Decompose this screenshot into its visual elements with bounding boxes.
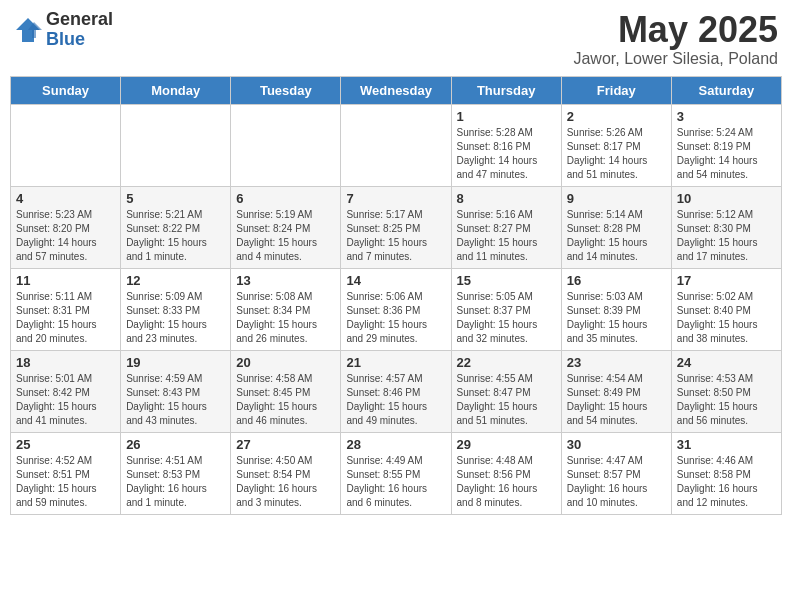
calendar-day: 31Sunrise: 4:46 AM Sunset: 8:58 PM Dayli… (671, 432, 781, 514)
calendar-week: 1Sunrise: 5:28 AM Sunset: 8:16 PM Daylig… (11, 104, 782, 186)
day-number: 11 (16, 273, 115, 288)
calendar-day: 14Sunrise: 5:06 AM Sunset: 8:36 PM Dayli… (341, 268, 451, 350)
day-number: 19 (126, 355, 225, 370)
day-info: Sunrise: 4:47 AM Sunset: 8:57 PM Dayligh… (567, 454, 666, 510)
day-number: 28 (346, 437, 445, 452)
day-number: 25 (16, 437, 115, 452)
day-number: 2 (567, 109, 666, 124)
day-info: Sunrise: 4:55 AM Sunset: 8:47 PM Dayligh… (457, 372, 556, 428)
weekday-header: Tuesday (231, 76, 341, 104)
day-number: 24 (677, 355, 776, 370)
day-number: 15 (457, 273, 556, 288)
calendar-week: 11Sunrise: 5:11 AM Sunset: 8:31 PM Dayli… (11, 268, 782, 350)
calendar-table: SundayMondayTuesdayWednesdayThursdayFrid… (10, 76, 782, 515)
calendar-subtitle: Jawor, Lower Silesia, Poland (573, 50, 778, 68)
day-number: 16 (567, 273, 666, 288)
calendar-day: 22Sunrise: 4:55 AM Sunset: 8:47 PM Dayli… (451, 350, 561, 432)
day-info: Sunrise: 5:23 AM Sunset: 8:20 PM Dayligh… (16, 208, 115, 264)
day-number: 6 (236, 191, 335, 206)
day-info: Sunrise: 5:17 AM Sunset: 8:25 PM Dayligh… (346, 208, 445, 264)
day-info: Sunrise: 5:06 AM Sunset: 8:36 PM Dayligh… (346, 290, 445, 346)
calendar-day (231, 104, 341, 186)
calendar-day: 10Sunrise: 5:12 AM Sunset: 8:30 PM Dayli… (671, 186, 781, 268)
day-number: 23 (567, 355, 666, 370)
logo-icon (14, 16, 42, 44)
day-number: 12 (126, 273, 225, 288)
logo: General Blue (14, 10, 113, 50)
day-number: 22 (457, 355, 556, 370)
day-number: 26 (126, 437, 225, 452)
calendar-day: 28Sunrise: 4:49 AM Sunset: 8:55 PM Dayli… (341, 432, 451, 514)
calendar-day (11, 104, 121, 186)
calendar-day: 29Sunrise: 4:48 AM Sunset: 8:56 PM Dayli… (451, 432, 561, 514)
weekday-header: Thursday (451, 76, 561, 104)
calendar-week: 4Sunrise: 5:23 AM Sunset: 8:20 PM Daylig… (11, 186, 782, 268)
day-info: Sunrise: 5:14 AM Sunset: 8:28 PM Dayligh… (567, 208, 666, 264)
day-info: Sunrise: 4:53 AM Sunset: 8:50 PM Dayligh… (677, 372, 776, 428)
day-info: Sunrise: 4:58 AM Sunset: 8:45 PM Dayligh… (236, 372, 335, 428)
day-info: Sunrise: 5:09 AM Sunset: 8:33 PM Dayligh… (126, 290, 225, 346)
day-info: Sunrise: 5:01 AM Sunset: 8:42 PM Dayligh… (16, 372, 115, 428)
calendar-day: 8Sunrise: 5:16 AM Sunset: 8:27 PM Daylig… (451, 186, 561, 268)
calendar-day: 26Sunrise: 4:51 AM Sunset: 8:53 PM Dayli… (121, 432, 231, 514)
calendar-day: 3Sunrise: 5:24 AM Sunset: 8:19 PM Daylig… (671, 104, 781, 186)
calendar-day: 24Sunrise: 4:53 AM Sunset: 8:50 PM Dayli… (671, 350, 781, 432)
calendar-day (121, 104, 231, 186)
day-info: Sunrise: 5:21 AM Sunset: 8:22 PM Dayligh… (126, 208, 225, 264)
calendar-day: 16Sunrise: 5:03 AM Sunset: 8:39 PM Dayli… (561, 268, 671, 350)
calendar-day: 23Sunrise: 4:54 AM Sunset: 8:49 PM Dayli… (561, 350, 671, 432)
day-info: Sunrise: 5:24 AM Sunset: 8:19 PM Dayligh… (677, 126, 776, 182)
day-number: 9 (567, 191, 666, 206)
day-info: Sunrise: 4:59 AM Sunset: 8:43 PM Dayligh… (126, 372, 225, 428)
header-row: SundayMondayTuesdayWednesdayThursdayFrid… (11, 76, 782, 104)
day-number: 31 (677, 437, 776, 452)
day-info: Sunrise: 4:50 AM Sunset: 8:54 PM Dayligh… (236, 454, 335, 510)
calendar-week: 18Sunrise: 5:01 AM Sunset: 8:42 PM Dayli… (11, 350, 782, 432)
calendar-day (341, 104, 451, 186)
day-number: 29 (457, 437, 556, 452)
calendar-day: 19Sunrise: 4:59 AM Sunset: 8:43 PM Dayli… (121, 350, 231, 432)
calendar-day: 2Sunrise: 5:26 AM Sunset: 8:17 PM Daylig… (561, 104, 671, 186)
weekday-header: Monday (121, 76, 231, 104)
day-number: 8 (457, 191, 556, 206)
weekday-header: Friday (561, 76, 671, 104)
day-info: Sunrise: 5:02 AM Sunset: 8:40 PM Dayligh… (677, 290, 776, 346)
calendar-day: 4Sunrise: 5:23 AM Sunset: 8:20 PM Daylig… (11, 186, 121, 268)
day-number: 10 (677, 191, 776, 206)
day-number: 30 (567, 437, 666, 452)
weekday-header: Sunday (11, 76, 121, 104)
day-number: 5 (126, 191, 225, 206)
calendar-day: 17Sunrise: 5:02 AM Sunset: 8:40 PM Dayli… (671, 268, 781, 350)
day-number: 13 (236, 273, 335, 288)
day-number: 7 (346, 191, 445, 206)
day-info: Sunrise: 5:16 AM Sunset: 8:27 PM Dayligh… (457, 208, 556, 264)
calendar-week: 25Sunrise: 4:52 AM Sunset: 8:51 PM Dayli… (11, 432, 782, 514)
calendar-day: 9Sunrise: 5:14 AM Sunset: 8:28 PM Daylig… (561, 186, 671, 268)
day-info: Sunrise: 5:03 AM Sunset: 8:39 PM Dayligh… (567, 290, 666, 346)
logo-blue: Blue (46, 30, 113, 50)
calendar-day: 27Sunrise: 4:50 AM Sunset: 8:54 PM Dayli… (231, 432, 341, 514)
calendar-day: 21Sunrise: 4:57 AM Sunset: 8:46 PM Dayli… (341, 350, 451, 432)
logo-general: General (46, 10, 113, 30)
logo-text: General Blue (46, 10, 113, 50)
calendar-title: May 2025 (573, 10, 778, 50)
calendar-day: 12Sunrise: 5:09 AM Sunset: 8:33 PM Dayli… (121, 268, 231, 350)
day-number: 21 (346, 355, 445, 370)
day-number: 27 (236, 437, 335, 452)
calendar-day: 6Sunrise: 5:19 AM Sunset: 8:24 PM Daylig… (231, 186, 341, 268)
calendar-day: 18Sunrise: 5:01 AM Sunset: 8:42 PM Dayli… (11, 350, 121, 432)
day-number: 1 (457, 109, 556, 124)
day-number: 17 (677, 273, 776, 288)
day-info: Sunrise: 4:52 AM Sunset: 8:51 PM Dayligh… (16, 454, 115, 510)
calendar-day: 7Sunrise: 5:17 AM Sunset: 8:25 PM Daylig… (341, 186, 451, 268)
calendar-day: 13Sunrise: 5:08 AM Sunset: 8:34 PM Dayli… (231, 268, 341, 350)
calendar-day: 1Sunrise: 5:28 AM Sunset: 8:16 PM Daylig… (451, 104, 561, 186)
day-info: Sunrise: 5:08 AM Sunset: 8:34 PM Dayligh… (236, 290, 335, 346)
calendar-header: SundayMondayTuesdayWednesdayThursdayFrid… (11, 76, 782, 104)
day-number: 14 (346, 273, 445, 288)
calendar-day: 15Sunrise: 5:05 AM Sunset: 8:37 PM Dayli… (451, 268, 561, 350)
calendar-day: 30Sunrise: 4:47 AM Sunset: 8:57 PM Dayli… (561, 432, 671, 514)
day-info: Sunrise: 5:19 AM Sunset: 8:24 PM Dayligh… (236, 208, 335, 264)
day-info: Sunrise: 4:51 AM Sunset: 8:53 PM Dayligh… (126, 454, 225, 510)
day-info: Sunrise: 4:49 AM Sunset: 8:55 PM Dayligh… (346, 454, 445, 510)
